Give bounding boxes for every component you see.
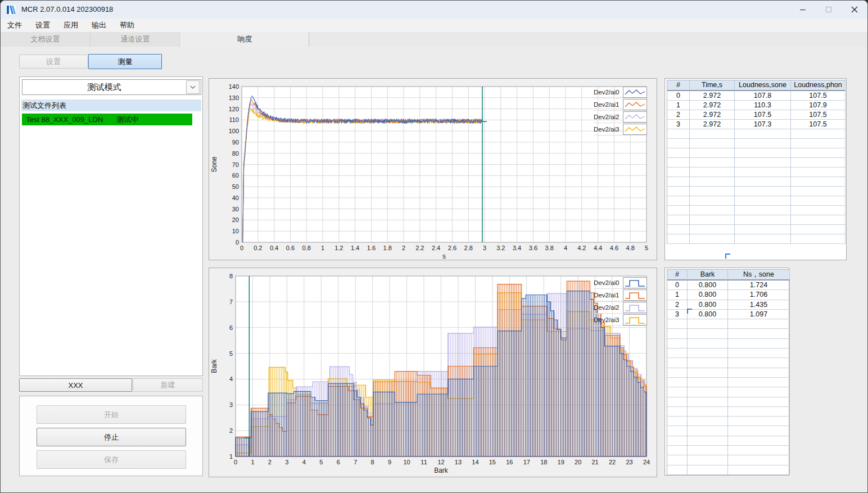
y-tick-label: 50 xyxy=(232,183,239,190)
table-empty-row xyxy=(667,215,846,225)
table-empty-row xyxy=(667,196,846,206)
x-axis-label: Bark xyxy=(434,467,449,474)
table-cell xyxy=(688,465,728,475)
legend-entry-Dev2-ai0[interactable]: Dev2/ai0 xyxy=(594,277,648,289)
table-cell: 0.800 xyxy=(688,281,728,290)
x-tick-label: 15 xyxy=(489,459,496,465)
table-cell xyxy=(688,329,728,338)
table-cell xyxy=(735,177,791,187)
x-tick-label: 12 xyxy=(437,459,444,465)
window-title: MCR 2.07.0.014 202300918 xyxy=(21,5,113,13)
column-header[interactable]: Ns，sone xyxy=(728,270,790,281)
column-header[interactable]: Loudness,sone xyxy=(735,80,791,91)
xxx-button[interactable]: XXX xyxy=(19,378,132,392)
menu-item-3[interactable]: 输出 xyxy=(85,19,113,32)
y-axis-label: Sone xyxy=(210,156,218,172)
table-cell: 2 xyxy=(667,300,688,310)
table-cell xyxy=(688,368,728,378)
column-header[interactable]: Loudness,phon xyxy=(791,80,846,91)
table-row[interactable]: 02.972107.8107.5 xyxy=(667,91,846,101)
table-cell xyxy=(690,215,735,225)
tab-1[interactable]: 通道设置 xyxy=(91,32,180,47)
table-cell xyxy=(690,187,735,196)
table-row[interactable]: 00.8001.724 xyxy=(667,281,790,290)
x-tick-label: 1.2 xyxy=(334,245,343,251)
close-button[interactable] xyxy=(842,1,867,19)
column-header[interactable]: Bark xyxy=(688,270,728,281)
x-tick-label: 3.8 xyxy=(545,245,554,251)
main-content: 设置 测量 测试模式 测试文件列表 Test 88_XXX_009_LDN测试中… xyxy=(1,47,868,493)
settings-mode-button[interactable]: 设置 xyxy=(19,55,88,69)
table-cell: 0.800 xyxy=(688,310,728,319)
table-header-row: #Time,sLoudness,soneLoudness,phon xyxy=(667,80,846,91)
table-cell xyxy=(735,148,791,158)
legend-entry-Dev2-ai2[interactable]: Dev2/ai2 xyxy=(594,111,648,123)
x-tick-label: 1.6 xyxy=(367,245,376,251)
table-cell: 1.724 xyxy=(728,281,790,290)
x-tick-label: 17 xyxy=(523,459,530,465)
x-tick-label: 3.4 xyxy=(513,245,521,251)
table-cell: 107.8 xyxy=(735,91,791,101)
table-cell xyxy=(728,465,790,475)
table-cell xyxy=(791,168,846,177)
menu-item-0[interactable]: 文件 xyxy=(1,19,29,32)
save-button[interactable]: 保存 xyxy=(37,450,186,469)
tab-2[interactable]: 响度 xyxy=(180,32,309,47)
table-cell xyxy=(667,319,688,329)
table-cell xyxy=(688,319,728,329)
x-tick-label: 0.2 xyxy=(254,245,262,251)
legend-entry-Dev2-ai3[interactable]: Dev2/ai3 xyxy=(594,314,648,326)
test-file-row[interactable]: Test 88_XXX_009_LDN测试中 xyxy=(22,114,192,125)
loudness-time-chart[interactable]: 00.20.40.60.811.21.41.61.822.22.42.62.83… xyxy=(209,79,657,260)
minimize-button[interactable] xyxy=(790,1,816,19)
x-tick-label: 0 xyxy=(240,245,243,251)
table-row[interactable]: 22.972107.5107.5 xyxy=(667,110,846,120)
y-tick-label: 7 xyxy=(229,298,233,305)
stop-button[interactable]: 停止 xyxy=(37,428,186,446)
tab-0[interactable]: 文档设置 xyxy=(1,32,91,47)
y-tick-label: 70 xyxy=(232,161,239,168)
menu-item-2[interactable]: 应用 xyxy=(57,19,85,32)
maximize-button[interactable] xyxy=(816,1,842,19)
new-file-button[interactable]: 新建 xyxy=(133,378,203,392)
bark-histogram-chart[interactable]: 0123456789101112131415161718192021222324… xyxy=(209,268,657,477)
table-cell xyxy=(690,139,735,148)
table-row[interactable]: 20.8001.435 xyxy=(667,300,790,310)
table-row[interactable]: 30.8001.097 xyxy=(667,310,790,319)
legend-entry-Dev2-ai1[interactable]: Dev2/ai1 xyxy=(594,98,648,111)
legend-label: Dev2/ai3 xyxy=(594,316,623,323)
column-header[interactable]: # xyxy=(667,270,688,281)
start-button[interactable]: 开始 xyxy=(37,405,186,424)
legend-entry-Dev2-ai1[interactable]: Dev2/ai1 xyxy=(594,289,648,301)
table-empty-row xyxy=(667,177,846,187)
tab-strip: 文档设置通道设置响度 xyxy=(1,32,867,47)
table-cell xyxy=(667,234,690,244)
table-cell xyxy=(791,215,846,225)
legend-entry-Dev2-ai3[interactable]: Dev2/ai3 xyxy=(594,123,648,135)
table-row[interactable]: 12.972110.3107.9 xyxy=(667,101,846,110)
test-mode-dropdown[interactable]: 测试模式 xyxy=(22,79,201,95)
table-cell xyxy=(728,368,790,378)
legend-entry-Dev2-ai0[interactable]: Dev2/ai0 xyxy=(594,86,648,98)
table-cell xyxy=(728,407,790,417)
table-cell: 3 xyxy=(667,120,690,129)
table-row[interactable]: 10.8001.706 xyxy=(667,290,790,300)
table-cell xyxy=(688,446,728,455)
x-tick-label: 11 xyxy=(421,459,427,465)
table-cell xyxy=(735,215,791,225)
table-row[interactable]: 32.972107.3107.5 xyxy=(667,120,846,129)
column-header[interactable]: Time,s xyxy=(690,80,735,91)
table-cell xyxy=(667,397,688,407)
legend-entry-Dev2-ai2[interactable]: Dev2/ai2 xyxy=(594,301,648,314)
column-header[interactable]: # xyxy=(667,80,690,91)
table-empty-row xyxy=(667,187,846,196)
table-cell xyxy=(688,436,728,446)
table-cell: 0.800 xyxy=(688,290,728,300)
menu-item-1[interactable]: 设置 xyxy=(29,19,57,32)
table-cell xyxy=(728,319,790,329)
table-cell: 3 xyxy=(667,310,688,319)
measure-mode-button[interactable]: 测量 xyxy=(88,54,162,69)
x-tick-label: 0 xyxy=(234,459,237,465)
menu-item-4[interactable]: 帮助 xyxy=(113,19,141,32)
table-cell: 2.972 xyxy=(690,110,735,120)
